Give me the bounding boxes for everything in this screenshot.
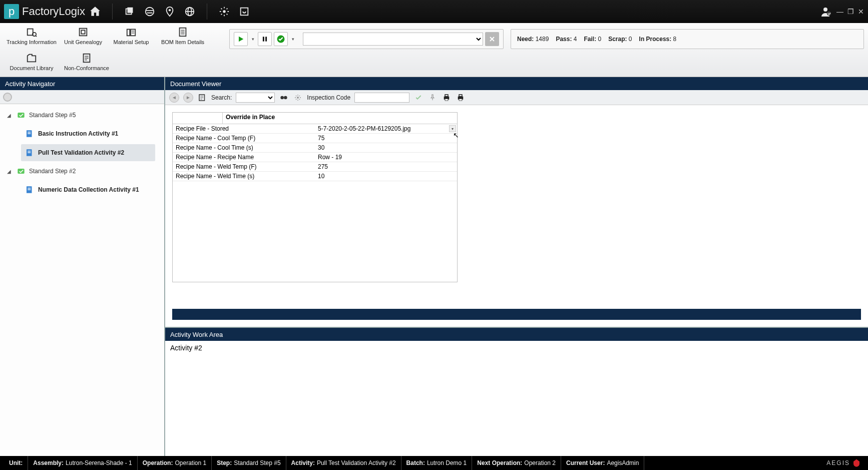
status-label: Step: — [217, 459, 232, 466]
refresh-page-icon[interactable] — [237, 5, 251, 19]
left-column: Activity Navigator ◢ Standard Step #5 Ba… — [0, 77, 165, 456]
scrap-value: 0 — [629, 36, 632, 43]
tree-step-label: Standard Step #5 — [29, 112, 76, 119]
doc-list-icon[interactable] — [197, 93, 207, 103]
complete-button[interactable] — [274, 32, 288, 46]
gear-small-icon[interactable] — [293, 93, 303, 103]
table-row[interactable]: Recipe Name - Weld Time (s) 10 — [173, 172, 457, 181]
viewer-header: Document Viewer — [165, 77, 868, 90]
nav-refresh-icon[interactable] — [3, 93, 12, 102]
globe-outline-icon[interactable] — [143, 5, 157, 19]
row-val: 30 — [315, 143, 457, 152]
row-key: Recipe Name - Weld Temp (F) — [173, 162, 315, 171]
home-icon[interactable] — [88, 5, 102, 19]
material-setup-button[interactable]: Material Setup — [107, 26, 155, 50]
viewer-body: Override in Place Recipe File - Stored 5… — [165, 105, 868, 327]
maximize-button[interactable]: ❐ — [847, 8, 854, 16]
svg-rect-21 — [18, 113, 24, 118]
non-conformance-button[interactable]: Non-Conformance — [59, 52, 114, 76]
row-val: 275 — [315, 162, 457, 171]
play-button[interactable] — [234, 32, 248, 46]
play-dropdown[interactable]: ▾ — [250, 37, 256, 42]
print-icon[interactable] — [442, 93, 452, 103]
work-title: Activity #2 — [170, 344, 202, 352]
fail-label: Fail: — [584, 36, 596, 43]
status-label: Operation: — [143, 459, 173, 466]
pass-label: Pass: — [556, 36, 572, 43]
tree-step[interactable]: ◢ Standard Step #2 — [0, 163, 164, 179]
table-row[interactable]: Recipe Name - Cool Temp (F) 75 — [173, 134, 457, 143]
table-row[interactable]: Recipe Name - Cool Time (s) 30 — [173, 143, 457, 153]
right-column: Document Viewer ◄ ► Search: Inspection C… — [165, 77, 868, 456]
close-button[interactable]: ✕ — [858, 8, 864, 16]
search-select[interactable] — [236, 93, 275, 103]
svg-rect-26 — [28, 151, 31, 152]
binoculars-icon[interactable] — [279, 93, 289, 103]
need-value: 1489 — [536, 36, 549, 43]
tree-activity[interactable]: Numeric Data Collection Activity #1 — [21, 181, 155, 198]
globe-icon[interactable] — [183, 5, 197, 19]
status-user: Current User:AegisAdmin — [561, 456, 644, 470]
complete-dropdown[interactable]: ▾ — [290, 37, 296, 42]
svg-rect-30 — [28, 188, 31, 189]
print-all-icon[interactable] — [456, 93, 466, 103]
inspection-input[interactable] — [354, 93, 409, 103]
row-val-text: 5-7-2020-2-05-22-PM-6129205.jpg — [318, 125, 410, 132]
status-label: Next Operation: — [477, 459, 522, 466]
inproc-value: 8 — [673, 36, 677, 43]
svg-point-34 — [284, 96, 287, 99]
gear-icon[interactable] — [217, 5, 231, 19]
user-icon[interactable] — [819, 5, 833, 19]
tree-activity[interactable]: Basic Instruction Activity #1 — [21, 125, 155, 142]
head-override: Override in Place — [223, 113, 278, 124]
status-nextop: Next Operation:Operation 2 — [472, 456, 561, 470]
genealogy-icon — [77, 26, 89, 38]
table-row[interactable]: Recipe Name - Recipe Name Row - 19 — [173, 153, 457, 162]
expander-icon[interactable]: ◢ — [7, 169, 13, 174]
status-batch: Batch:Lutron Demo 1 — [401, 456, 473, 470]
location-icon[interactable] — [163, 5, 177, 19]
search-label: Search: — [211, 94, 232, 101]
stack-icon[interactable] — [123, 5, 137, 19]
viewer-toolbar: ◄ ► Search: Inspection Code — [165, 90, 868, 105]
svg-rect-28 — [18, 169, 24, 174]
need-label: Need: — [517, 36, 534, 43]
nav-back-icon[interactable]: ◄ — [169, 93, 179, 103]
status-label: Unit: — [9, 459, 23, 466]
table-head: Override in Place — [173, 113, 457, 124]
ribbon-group: Tracking Information Unit Genealogy Mate… — [4, 25, 224, 77]
brand-logix: Logix — [59, 5, 85, 18]
head-blank — [173, 113, 223, 124]
ribbon-label: Tracking Information — [7, 39, 57, 45]
status-value: Standard Step #5 — [234, 459, 280, 466]
nonconf-icon — [81, 52, 93, 64]
status-activity: Activity:Pull Test Validation Activity #… — [286, 456, 401, 470]
bom-details-button[interactable]: BOM Item Details — [155, 26, 210, 50]
table-row[interactable]: Recipe Name - Weld Temp (F) 275 — [173, 162, 457, 172]
ribbon-label: Document Library — [10, 65, 54, 71]
svg-rect-31 — [28, 189, 31, 190]
tree-step[interactable]: ◢ Standard Step #5 — [0, 107, 164, 123]
status-value: Operation 2 — [524, 459, 556, 466]
table-row[interactable]: Recipe File - Stored 5-7-2020-2-05-22-PM… — [173, 124, 457, 134]
nav-forward-icon[interactable]: ► — [183, 93, 193, 103]
status-bar: Unit: Assembly:Lutron-Serena-Shade - 1 O… — [0, 456, 868, 470]
tree-activity[interactable]: Pull Test Validation Activity #2 — [21, 144, 155, 161]
unit-genealogy-button[interactable]: Unit Genealogy — [59, 26, 107, 50]
unit-select[interactable] — [303, 33, 483, 46]
ribbon-label: Unit Genealogy — [64, 39, 102, 45]
clear-button[interactable] — [485, 32, 499, 46]
minimize-button[interactable]: — — [836, 8, 843, 16]
svg-point-6 — [223, 10, 226, 13]
scrap-label: Scrap: — [608, 36, 627, 43]
expander-icon[interactable]: ◢ — [7, 113, 13, 118]
pin-icon[interactable] — [427, 93, 438, 103]
document-library-button[interactable]: Document Library — [4, 52, 59, 76]
svg-point-2 — [146, 8, 154, 16]
tracking-info-button[interactable]: Tracking Information — [4, 26, 59, 50]
svg-point-8 — [823, 8, 827, 12]
pause-button[interactable] — [258, 32, 272, 46]
accept-icon[interactable] — [413, 93, 423, 103]
fail-value: 0 — [598, 36, 601, 43]
viewer-footer-bar — [172, 309, 861, 320]
